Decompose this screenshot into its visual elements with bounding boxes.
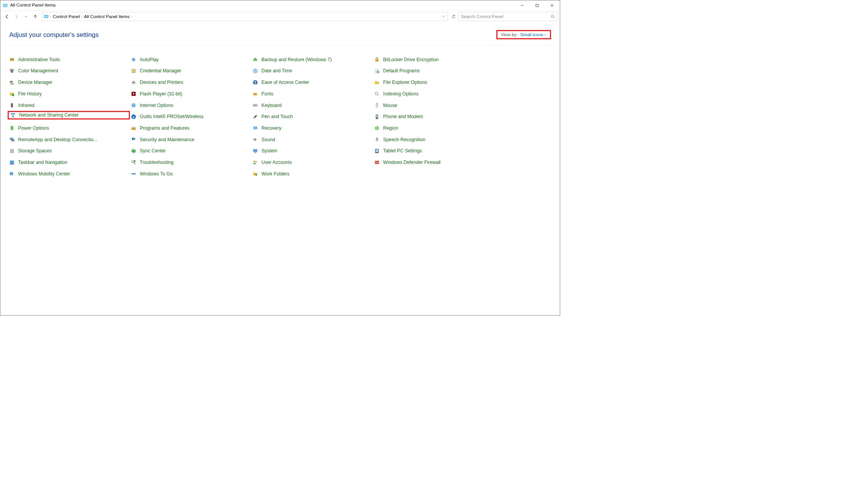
control-panel-item[interactable]: Work Folders [252, 170, 372, 178]
item-label: Outils Intel® PROSet/Wireless [140, 114, 204, 119]
credential-icon [131, 68, 136, 73]
folder-opts-icon [374, 80, 380, 85]
maximize-button[interactable] [530, 0, 545, 10]
control-panel-item[interactable]: BitLocker Drive Encryption [374, 55, 494, 64]
control-panel-item[interactable]: Internet Options [131, 101, 250, 110]
programs-icon [131, 125, 136, 131]
control-panel-item[interactable]: Credential Manager [131, 67, 250, 75]
control-panel-item[interactable]: Windows Defender Firewall [374, 158, 494, 167]
backup-icon [252, 57, 258, 62]
control-panel-item[interactable]: Recovery [252, 124, 372, 132]
control-panel-item[interactable]: Windows Mobility Center [9, 170, 129, 178]
security-icon [131, 137, 136, 142]
chevron-right-icon[interactable]: › [82, 15, 83, 18]
color-icon [9, 68, 15, 73]
control-panel-item[interactable]: File History [9, 90, 129, 98]
control-panel-item[interactable]: Windows To Go [131, 170, 250, 178]
control-panel-item[interactable]: RemoteApp and Desktop Connectio... [9, 135, 129, 144]
indexing-icon [374, 91, 380, 97]
chevron-right-icon[interactable]: › [50, 15, 51, 18]
users-icon [252, 160, 258, 165]
work-folders-icon [252, 171, 258, 177]
control-panel-item[interactable]: Sound [252, 135, 372, 144]
control-panel-item[interactable]: Infrared [9, 101, 129, 110]
breadcrumb-control-panel[interactable]: Control Panel [53, 14, 80, 19]
up-button[interactable] [31, 12, 40, 21]
search-icon[interactable] [551, 14, 554, 19]
control-panel-item[interactable]: Administrative Tools [9, 55, 129, 64]
chevron-right-icon[interactable]: › [131, 15, 132, 18]
control-panel-item[interactable]: File Explorer Options [374, 78, 494, 87]
system-icon [252, 148, 258, 154]
power-icon [9, 125, 15, 131]
control-panel-item[interactable]: Storage Spaces [9, 147, 129, 155]
control-panel-item[interactable]: Default Programs [374, 67, 494, 75]
storage-icon [9, 148, 15, 154]
breadcrumb-all-items[interactable]: All Control Panel Items [84, 14, 129, 19]
item-label: Security and Maintenance [140, 137, 194, 142]
recent-locations-dropdown[interactable] [22, 12, 30, 21]
control-panel-item[interactable]: Mouse [374, 101, 494, 110]
back-button[interactable] [3, 12, 11, 21]
item-label: Taskbar and Navigation [18, 160, 67, 165]
forward-button[interactable] [12, 12, 21, 21]
svg-line-10 [554, 17, 555, 18]
control-panel-item[interactable]: Troubleshooting [131, 158, 250, 167]
control-panel-item[interactable]: Security and Maintenance [131, 135, 250, 144]
control-panel-item[interactable]: Outils Intel® PROSet/Wireless [131, 112, 250, 121]
search-box[interactable] [458, 12, 558, 21]
control-panel-item[interactable]: Network and Sharing Center [8, 111, 130, 119]
control-panel-item[interactable]: Pen and Touch [252, 112, 372, 121]
control-panel-item[interactable]: Region [374, 124, 494, 132]
firewall-icon [374, 160, 380, 165]
item-label: Infrared [18, 103, 34, 108]
close-button[interactable] [544, 0, 559, 10]
control-panel-item[interactable]: Keyboard [252, 101, 372, 110]
control-panel-item[interactable]: Power Options [9, 124, 129, 132]
admin-tools-icon [9, 57, 15, 62]
control-panel-item[interactable]: Fonts [252, 90, 372, 98]
control-panel-item[interactable]: Programs and Features [131, 124, 250, 132]
item-label: Windows Defender Firewall [383, 160, 441, 165]
datetime-icon [252, 68, 258, 73]
view-by-control[interactable]: View by: Small icons [496, 30, 551, 39]
item-label: Internet Options [140, 103, 173, 108]
control-panel-item[interactable]: Devices and Printers [131, 78, 250, 87]
control-panel-item[interactable]: Speech Recognition [374, 135, 494, 144]
control-panel-item[interactable]: Sync Center [131, 147, 250, 155]
control-panel-item[interactable]: Date and Time [252, 67, 372, 75]
infrared-icon [9, 103, 15, 108]
control-panel-item[interactable]: Tablet PC Settings [374, 147, 494, 155]
sound-icon [252, 137, 258, 142]
address-history-dropdown[interactable] [441, 15, 446, 18]
item-label: File History [18, 91, 42, 97]
minimize-button[interactable] [515, 0, 530, 10]
control-panel-item[interactable]: Taskbar and Navigation [9, 158, 129, 167]
svg-rect-1 [3, 4, 7, 6]
items-grid: Administrative ToolsAutoPlayBackup and R… [9, 55, 551, 178]
control-panel-item[interactable]: System [252, 147, 372, 155]
nav-toolbar: › Control Panel › All Control Panel Item… [0, 11, 560, 23]
control-panel-item[interactable]: Backup and Restore (Windows 7) [252, 55, 372, 64]
svg-rect-2 [5, 7, 6, 7]
item-label: Sync Center [140, 148, 165, 154]
address-bar[interactable]: › Control Panel › All Control Panel Item… [42, 12, 448, 21]
item-label: Indexing Options [383, 91, 419, 97]
control-panel-item[interactable]: Color Management [9, 67, 129, 75]
control-panel-item[interactable]: AutoPlay [131, 55, 250, 64]
svg-point-9 [551, 15, 554, 17]
taskbar-icon [9, 160, 15, 165]
tablet-icon [374, 148, 380, 154]
refresh-button[interactable] [450, 14, 457, 19]
control-panel-item[interactable]: Device Manager [9, 78, 129, 87]
control-panel-item[interactable]: Ease of Access Center [252, 78, 372, 87]
view-by-value[interactable]: Small icons [520, 32, 546, 37]
control-panel-item[interactable]: User Accounts [252, 158, 372, 167]
control-panel-item[interactable]: Phone and Modem [374, 112, 494, 121]
control-panel-item[interactable]: Indexing Options [374, 90, 494, 98]
search-input[interactable] [461, 14, 551, 19]
control-panel-item[interactable]: Flash Player (32-bit) [131, 90, 250, 98]
item-label: Credential Manager [140, 68, 181, 73]
item-label: Windows Mobility Center [18, 171, 70, 177]
item-label: Phone and Modem [383, 114, 423, 119]
